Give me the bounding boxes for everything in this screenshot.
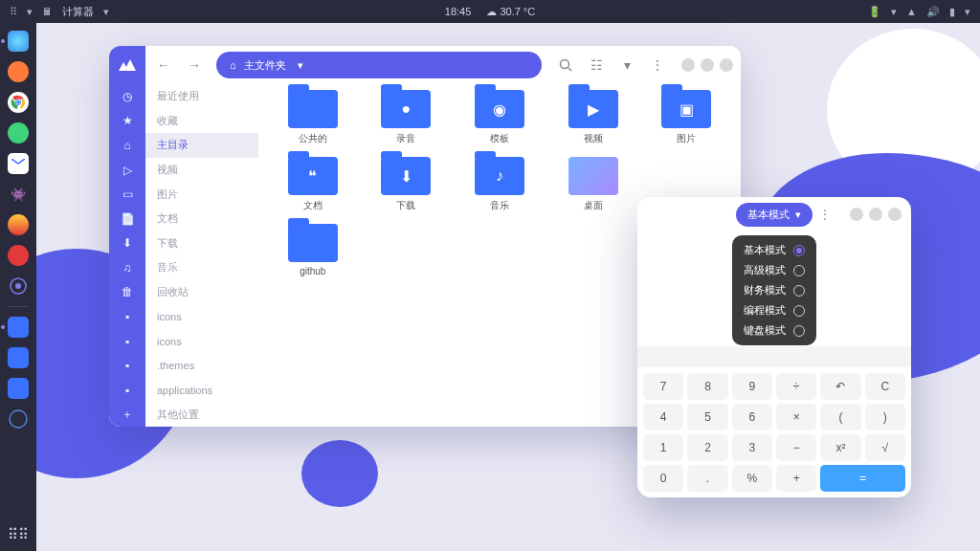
sidebar-item[interactable]: 图片 bbox=[145, 182, 258, 207]
file-item[interactable]: ◉模板 bbox=[455, 90, 545, 145]
doc-icon: 📄 bbox=[109, 207, 145, 231]
file-item[interactable]: ⬇下载 bbox=[362, 157, 452, 212]
key-÷[interactable]: ÷ bbox=[776, 373, 816, 400]
sidebar-item-label: 下载 bbox=[157, 236, 178, 251]
dock-files[interactable] bbox=[8, 347, 29, 368]
sidebar-item[interactable]: 主目录 bbox=[145, 133, 258, 158]
more-menu[interactable]: ⋮ bbox=[813, 207, 836, 222]
sidebar-item[interactable]: 其他位置 bbox=[145, 403, 258, 427]
key-6[interactable]: 6 bbox=[732, 404, 772, 430]
chevron-down-icon[interactable]: ▾ bbox=[891, 6, 897, 18]
dock-app[interactable] bbox=[8, 214, 29, 235]
sidebar-item[interactable]: 最近使用 bbox=[145, 84, 258, 109]
dock-app[interactable]: 👾 bbox=[8, 184, 29, 205]
forward-button[interactable]: → bbox=[182, 53, 207, 77]
key-=[interactable]: = bbox=[820, 465, 905, 492]
dock-app[interactable] bbox=[8, 378, 29, 399]
sidebar-item[interactable]: icons bbox=[145, 329, 258, 354]
file-item[interactable]: ●录音 bbox=[362, 90, 452, 145]
battery-icon[interactable]: ▮ bbox=[949, 6, 955, 18]
dock: 👾 ⠿⠿ bbox=[0, 23, 36, 551]
mode-option[interactable]: 财务模式 bbox=[744, 283, 805, 298]
mode-option[interactable]: 键盘模式 bbox=[744, 323, 805, 338]
file-item[interactable]: ▣图片 bbox=[641, 90, 731, 145]
battery-icon[interactable]: 🔋 bbox=[868, 6, 881, 18]
dock-app[interactable] bbox=[8, 31, 29, 52]
key-+[interactable]: + bbox=[776, 465, 816, 492]
key-−[interactable]: − bbox=[776, 434, 816, 461]
chevron-down-icon[interactable]: ▾ bbox=[27, 6, 33, 18]
mode-option[interactable]: 编程模式 bbox=[744, 303, 805, 318]
key-4[interactable]: 4 bbox=[643, 404, 683, 430]
key-.[interactable]: . bbox=[687, 465, 727, 492]
key-C[interactable]: C bbox=[865, 373, 905, 400]
calculator-applet-icon[interactable]: 🖩 bbox=[42, 6, 53, 17]
key-([interactable]: ( bbox=[820, 404, 860, 430]
dock-settings[interactable] bbox=[8, 276, 29, 297]
chevron-down-icon[interactable]: ▾ bbox=[965, 6, 970, 18]
file-item[interactable]: ❝文档 bbox=[268, 157, 358, 212]
minimize-button[interactable] bbox=[850, 208, 863, 221]
volume-icon[interactable]: 🔊 bbox=[926, 6, 940, 18]
sidebar-item[interactable]: 收藏 bbox=[145, 109, 258, 134]
weather-label[interactable]: ☁ 30.7 °C bbox=[486, 6, 535, 18]
sidebar-item[interactable]: 下载 bbox=[145, 231, 258, 255]
sidebar-item-label: 最近使用 bbox=[157, 89, 199, 103]
mode-option[interactable]: 基本模式 bbox=[744, 243, 805, 257]
sidebar-item[interactable]: 回收站 bbox=[145, 280, 258, 305]
sidebar-item[interactable]: .themes bbox=[145, 353, 258, 378]
mode-popover: 基本模式高级模式财务模式编程模式键盘模式 bbox=[732, 235, 816, 345]
key-↶[interactable]: ↶ bbox=[820, 373, 860, 400]
sidebar-item[interactable]: 视频 bbox=[145, 158, 258, 183]
chevron-down-icon[interactable]: ▾ bbox=[614, 53, 639, 77]
key-7[interactable]: 7 bbox=[643, 373, 683, 400]
minimize-button[interactable] bbox=[681, 58, 695, 72]
key-2[interactable]: 2 bbox=[687, 434, 727, 461]
key-)[interactable]: ) bbox=[865, 404, 905, 430]
key-9[interactable]: 9 bbox=[732, 373, 772, 400]
mode-option[interactable]: 高级模式 bbox=[744, 263, 805, 277]
key-0[interactable]: 0 bbox=[643, 465, 683, 492]
show-apps-button[interactable]: ⠿⠿ bbox=[8, 526, 29, 543]
key-1[interactable]: 1 bbox=[643, 434, 683, 461]
sidebar-item[interactable]: icons bbox=[145, 304, 258, 329]
file-item[interactable]: ♪音乐 bbox=[455, 157, 545, 212]
file-item[interactable]: 桌面 bbox=[548, 157, 638, 212]
key-x²[interactable]: x² bbox=[820, 434, 860, 461]
chevron-down-icon[interactable]: ▾ bbox=[103, 6, 109, 18]
key-8[interactable]: 8 bbox=[687, 373, 727, 400]
maximize-button[interactable] bbox=[869, 208, 882, 221]
file-label: 图片 bbox=[677, 132, 696, 145]
dock-firefox[interactable] bbox=[8, 61, 29, 82]
more-menu[interactable]: ⋮ bbox=[645, 53, 670, 77]
key-%[interactable]: % bbox=[732, 465, 772, 492]
view-toggle[interactable]: ☷ bbox=[584, 53, 609, 77]
apps-grid-icon[interactable]: ⠿ bbox=[10, 6, 17, 18]
sidebar-item[interactable]: 音乐 bbox=[145, 255, 258, 280]
file-item[interactable]: 公共的 bbox=[268, 90, 358, 145]
clock-label[interactable]: 18:45 bbox=[445, 6, 472, 17]
file-item[interactable]: github bbox=[268, 224, 358, 276]
sidebar-item[interactable]: applications bbox=[145, 378, 258, 403]
dock-mail[interactable] bbox=[8, 153, 29, 174]
search-button[interactable] bbox=[553, 53, 578, 77]
key-√[interactable]: √ bbox=[865, 434, 905, 461]
mode-selector[interactable]: 基本模式 ▾ bbox=[736, 203, 813, 227]
wifi-icon[interactable]: ▲ bbox=[906, 6, 917, 17]
dock-app[interactable] bbox=[8, 408, 29, 430]
sidebar-item[interactable]: 文档 bbox=[145, 207, 258, 231]
close-button[interactable] bbox=[720, 58, 733, 72]
close-button[interactable] bbox=[888, 208, 902, 221]
dock-app[interactable] bbox=[8, 122, 29, 143]
file-item[interactable]: ▶视频 bbox=[548, 90, 638, 145]
dock-files[interactable] bbox=[8, 317, 29, 338]
back-button[interactable]: ← bbox=[151, 53, 176, 77]
key-3[interactable]: 3 bbox=[732, 434, 772, 461]
dock-music[interactable] bbox=[8, 245, 29, 266]
dock-chrome[interactable] bbox=[8, 92, 29, 113]
maximize-button[interactable] bbox=[701, 58, 714, 72]
key-5[interactable]: 5 bbox=[687, 404, 727, 430]
key-×[interactable]: × bbox=[776, 404, 816, 430]
pathbar[interactable]: ⌂ 主文件夹 ▾ bbox=[216, 52, 542, 78]
active-app-label[interactable]: 计算器 bbox=[62, 5, 94, 19]
